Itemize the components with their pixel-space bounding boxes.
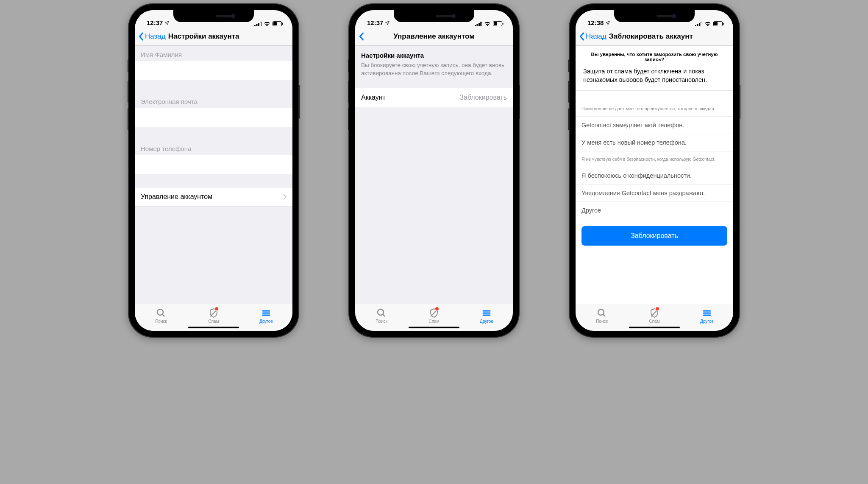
back-label: Назад xyxy=(145,32,166,41)
chevron-right-icon xyxy=(283,194,287,200)
svg-rect-0 xyxy=(254,25,256,26)
chevron-left-icon xyxy=(359,32,364,41)
tab-spam[interactable]: Спам xyxy=(408,304,460,327)
svg-rect-26 xyxy=(695,25,696,26)
menu-icon xyxy=(261,308,271,318)
cellular-icon xyxy=(254,22,262,26)
confirm-message: Защита от спама будет отключена и показ … xyxy=(581,67,727,84)
battery-icon xyxy=(713,21,724,26)
svg-line-21 xyxy=(383,314,385,316)
tab-other[interactable]: Другое xyxy=(240,304,292,327)
svg-rect-28 xyxy=(699,23,700,26)
tab-search-label: Поиск xyxy=(376,319,387,324)
account-row-action: Заблокировать xyxy=(459,94,507,101)
svg-rect-3 xyxy=(260,22,262,26)
reason-option[interactable]: Приложение не дает мне того преимущества… xyxy=(576,101,733,117)
svg-point-7 xyxy=(157,309,163,315)
svg-rect-27 xyxy=(697,24,698,26)
tab-other[interactable]: Другое xyxy=(460,304,513,327)
tab-search-label: Поиск xyxy=(155,319,167,324)
tab-other-label: Другое xyxy=(480,319,493,324)
nav-bar: Назад Настройки аккаунта xyxy=(135,27,292,46)
tab-spam-label: Спам xyxy=(428,319,439,324)
reason-option[interactable]: Я беспокоюсь о конфиденциальности. xyxy=(576,167,733,185)
cellular-icon xyxy=(475,22,482,26)
battery-icon xyxy=(493,21,504,26)
page-title: Настройки аккаунта xyxy=(168,32,239,41)
menu-icon xyxy=(702,308,712,318)
nav-bar: Назад Заблокировать аккаунт xyxy=(576,27,733,46)
svg-line-8 xyxy=(162,314,164,316)
battery-icon xyxy=(273,21,283,26)
tab-spam-label: Спам xyxy=(208,319,219,324)
back-button[interactable]: Назад xyxy=(579,32,606,41)
tab-search[interactable]: Поиск xyxy=(355,304,408,327)
svg-rect-6 xyxy=(282,23,283,25)
reason-option[interactable]: Другое xyxy=(576,202,733,219)
search-icon xyxy=(597,308,607,318)
location-icon xyxy=(385,20,390,25)
wifi-icon xyxy=(264,21,270,26)
reason-list: Приложение не дает мне того преимущества… xyxy=(576,101,733,219)
reason-option[interactable]: Уведомления Getcontact меня раздражают. xyxy=(576,185,733,202)
svg-rect-31 xyxy=(714,22,718,25)
svg-rect-16 xyxy=(481,22,482,26)
manage-account-row[interactable]: Управление аккаунтом xyxy=(135,187,292,207)
phone-frame-2: 12:37 Управление аккаунтом Настройки акк… xyxy=(349,4,519,337)
account-row-label: Аккаунт xyxy=(361,94,386,101)
back-button[interactable] xyxy=(359,32,364,41)
svg-rect-13 xyxy=(475,25,476,26)
tab-spam[interactable]: Спам xyxy=(628,304,681,327)
svg-line-34 xyxy=(603,314,605,316)
svg-rect-14 xyxy=(477,24,478,26)
page-title: Заблокировать аккаунт xyxy=(609,32,693,41)
block-button[interactable]: Заблокировать xyxy=(581,226,727,246)
confirm-question: Вы уверенны, что хотите заморозить свою … xyxy=(581,52,727,62)
svg-point-33 xyxy=(598,309,604,315)
svg-point-20 xyxy=(378,309,384,315)
svg-rect-29 xyxy=(701,22,702,26)
status-time: 12:37 xyxy=(367,19,383,26)
chevron-left-icon xyxy=(579,32,584,41)
svg-rect-2 xyxy=(258,23,259,26)
home-indicator[interactable] xyxy=(188,327,239,328)
section-description: Вы блокируете свою учетную запись, она б… xyxy=(361,62,507,78)
tab-search[interactable]: Поиск xyxy=(135,304,187,327)
email-field[interactable] xyxy=(135,108,292,127)
phone-frame-3: 12:38 Назад Заблокировать аккаунт Вы уве… xyxy=(570,4,739,337)
manage-account-label: Управление аккаунтом xyxy=(141,193,212,201)
svg-rect-5 xyxy=(273,22,277,25)
home-indicator[interactable] xyxy=(629,327,680,328)
name-field[interactable] xyxy=(135,61,292,80)
home-indicator[interactable] xyxy=(409,327,459,328)
tab-other-label: Другое xyxy=(700,319,714,324)
tab-spam[interactable]: Спам xyxy=(187,304,240,327)
phone-field[interactable] xyxy=(135,155,292,174)
phone-label: Номер телефона xyxy=(135,140,292,155)
tab-other-label: Другое xyxy=(259,319,273,324)
email-label: Электронная почта xyxy=(135,93,292,108)
reason-option[interactable]: Getcontact замедляет мой телефон. xyxy=(576,117,733,134)
back-button[interactable]: Назад xyxy=(138,32,166,41)
wifi-icon xyxy=(484,21,491,26)
back-label: Назад xyxy=(586,32,606,41)
svg-rect-32 xyxy=(723,23,724,25)
location-icon xyxy=(164,20,170,25)
search-icon xyxy=(376,308,387,318)
tab-search[interactable]: Поиск xyxy=(576,304,628,327)
svg-rect-19 xyxy=(503,23,504,25)
name-label: Имя Фамилия xyxy=(135,46,292,61)
menu-icon xyxy=(481,308,492,318)
svg-rect-15 xyxy=(479,23,480,26)
status-time: 12:37 xyxy=(147,19,163,26)
tab-other[interactable]: Другое xyxy=(681,304,733,327)
status-time: 12:38 xyxy=(587,19,604,26)
tab-spam-label: Спам xyxy=(649,319,659,324)
search-icon xyxy=(156,308,166,318)
svg-rect-1 xyxy=(256,24,258,26)
nav-bar: Управление аккаунтом xyxy=(355,27,513,46)
reason-option[interactable]: У меня есть новый номер телефона. xyxy=(576,134,733,151)
block-account-row[interactable]: Аккаунт Заблокировать xyxy=(355,88,513,107)
reason-option[interactable]: Я не чувствую себя в безопасности, когда… xyxy=(576,151,733,167)
svg-rect-18 xyxy=(494,22,497,25)
